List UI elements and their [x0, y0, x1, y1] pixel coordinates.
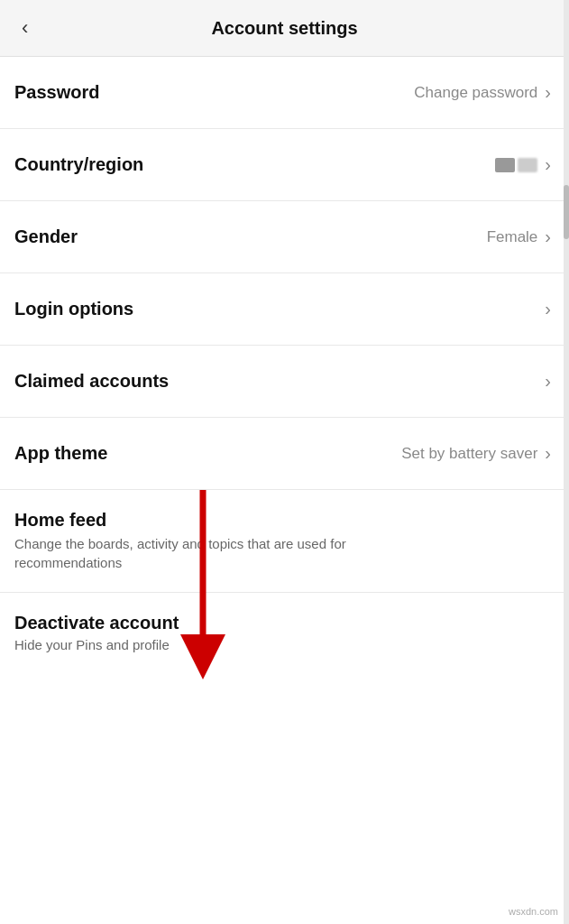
row-label-password: Password: [14, 82, 99, 103]
chevron-icon-password: ›: [545, 82, 551, 103]
settings-row-home-feed[interactable]: Home feed Change the boards, activity an…: [0, 490, 569, 593]
row-label-claimed-accounts: Claimed accounts: [14, 371, 169, 392]
flag-container: [495, 158, 537, 172]
settings-list: Password Change password › Country/regio…: [0, 57, 569, 593]
row-value-app-theme: Set by battery saver: [401, 445, 537, 463]
settings-row-gender[interactable]: Gender Female ›: [0, 201, 569, 273]
flag-block-2: [518, 158, 537, 172]
settings-row-country[interactable]: Country/region ›: [0, 129, 569, 201]
settings-row-claimed-accounts[interactable]: Claimed accounts ›: [0, 346, 569, 418]
flag-block-1: [495, 158, 515, 172]
row-label-country: Country/region: [14, 154, 143, 175]
settings-row-login-options[interactable]: Login options ›: [0, 273, 569, 346]
row-value-gender: Female: [487, 228, 538, 246]
row-sublabel-home-feed: Change the boards, activity and topics t…: [14, 534, 393, 572]
row-label-login-options: Login options: [14, 299, 133, 319]
deactivate-sublabel: Hide your Pins and profile: [14, 637, 551, 652]
scrollbar-thumb[interactable]: [564, 185, 569, 239]
chevron-icon-gender: ›: [545, 226, 551, 247]
chevron-icon-claimed-accounts: ›: [545, 371, 551, 392]
row-label-gender: Gender: [14, 226, 78, 247]
page-title: Account settings: [211, 18, 357, 39]
row-value-password: Change password: [414, 84, 537, 102]
row-label-app-theme: App theme: [14, 443, 107, 464]
settings-row-deactivate[interactable]: Deactivate account Hide your Pins and pr…: [0, 593, 569, 672]
watermark: wsxdn.com: [509, 906, 558, 917]
settings-row-app-theme[interactable]: App theme Set by battery saver ›: [0, 418, 569, 490]
chevron-icon-country: ›: [545, 154, 551, 175]
scrollbar-track[interactable]: [564, 0, 569, 924]
deactivate-label: Deactivate account: [14, 613, 551, 633]
header: ‹ Account settings: [0, 0, 569, 57]
row-label-home-feed: Home feed: [14, 510, 393, 531]
settings-row-password[interactable]: Password Change password ›: [0, 57, 569, 129]
chevron-icon-app-theme: ›: [545, 443, 551, 464]
back-button[interactable]: ‹: [14, 13, 35, 43]
chevron-icon-login-options: ›: [545, 299, 551, 319]
